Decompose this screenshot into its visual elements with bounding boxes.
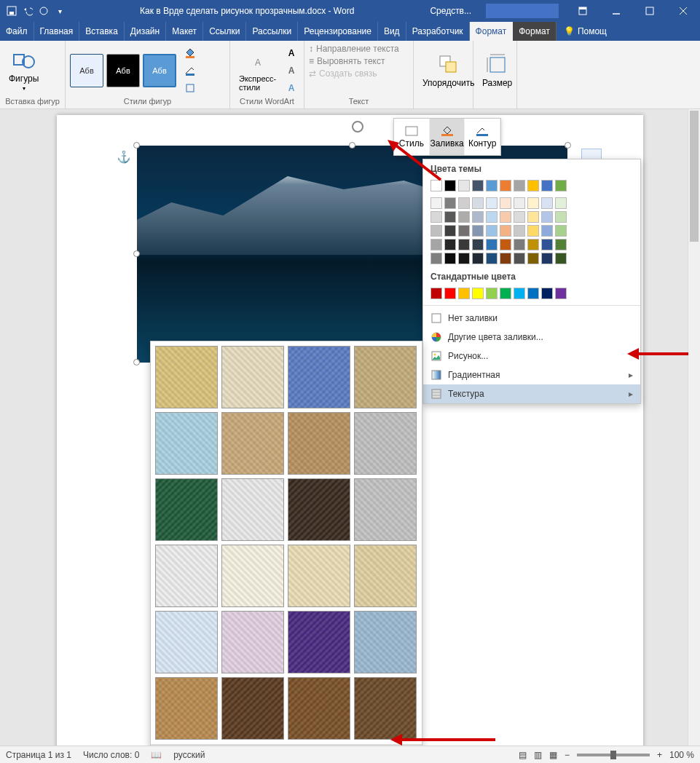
text-fill-icon[interactable]: A: [283, 45, 299, 61]
tab-mailings[interactable]: Рассылки: [246, 22, 298, 41]
color-swatch[interactable]: [555, 239, 567, 250]
color-swatch[interactable]: [541, 239, 553, 250]
color-swatch[interactable]: [430, 288, 442, 299]
color-swatch[interactable]: [430, 239, 442, 250]
view-read-icon[interactable]: ▤: [519, 750, 527, 760]
color-swatch[interactable]: [527, 239, 539, 250]
tab-format-picture[interactable]: Формат: [513, 22, 557, 41]
shape-style-1[interactable]: Абв: [70, 54, 103, 87]
color-swatch[interactable]: [444, 180, 456, 191]
color-swatch[interactable]: [430, 225, 442, 237]
color-swatch[interactable]: [555, 225, 567, 237]
tab-view[interactable]: Вид: [378, 22, 406, 41]
resize-handle[interactable]: [133, 142, 140, 149]
texture-swatch[interactable]: [221, 412, 284, 475]
color-swatch[interactable]: [500, 239, 511, 250]
text-effects-icon[interactable]: A: [283, 80, 299, 96]
texture-swatch[interactable]: [288, 545, 350, 607]
texture-fill-item[interactable]: Текстура▸: [423, 384, 640, 403]
color-swatch[interactable]: [486, 180, 498, 191]
color-swatch[interactable]: [458, 211, 470, 223]
texture-swatch[interactable]: [288, 412, 350, 475]
shape-style-3[interactable]: Абв: [143, 54, 176, 87]
signin-placeholder[interactable]: [486, 4, 559, 18]
color-swatch[interactable]: [472, 253, 484, 264]
color-swatch[interactable]: [486, 211, 498, 223]
texture-swatch[interactable]: [354, 677, 417, 740]
texture-swatch[interactable]: [155, 545, 218, 607]
color-swatch[interactable]: [527, 211, 539, 223]
maximize-icon[interactable]: [633, 0, 666, 22]
create-link-button[interactable]: ⇄Создать связь: [309, 68, 377, 79]
shape-style-2[interactable]: Абв: [106, 54, 140, 87]
color-swatch[interactable]: [541, 197, 553, 209]
color-swatch[interactable]: [514, 225, 525, 237]
scrollbar-thumb[interactable]: [690, 111, 699, 242]
color-swatch[interactable]: [486, 197, 498, 209]
color-swatch[interactable]: [500, 288, 511, 299]
shape-effects-icon[interactable]: [182, 80, 198, 96]
ribbon-display-icon[interactable]: [566, 0, 599, 22]
color-swatch[interactable]: [527, 288, 539, 299]
color-swatch[interactable]: [444, 288, 456, 299]
texture-swatch[interactable]: [221, 611, 284, 673]
language-indicator[interactable]: русский: [173, 750, 205, 760]
color-swatch[interactable]: [472, 197, 484, 209]
color-swatch[interactable]: [527, 225, 539, 237]
color-swatch[interactable]: [444, 225, 456, 237]
color-swatch[interactable]: [444, 239, 456, 250]
color-swatch[interactable]: [444, 197, 456, 209]
tab-format-drawing[interactable]: Формат: [470, 22, 514, 41]
tab-layout[interactable]: Макет: [166, 22, 203, 41]
text-direction-button[interactable]: ↕Направление текста: [309, 44, 399, 54]
color-swatch[interactable]: [472, 239, 484, 250]
word-count[interactable]: Число слов: 0: [83, 750, 139, 760]
gradient-fill-item[interactable]: Градиентная▸: [423, 365, 640, 384]
texture-swatch[interactable]: [155, 412, 218, 475]
tell-me[interactable]: 💡Помощ: [557, 22, 614, 41]
zoom-slider[interactable]: [577, 754, 650, 756]
color-swatch[interactable]: [500, 211, 511, 223]
texture-swatch[interactable]: [155, 611, 218, 673]
color-swatch[interactable]: [486, 239, 498, 250]
picture-fill-item[interactable]: Рисунок...: [423, 347, 640, 365]
color-swatch[interactable]: [514, 197, 525, 209]
texture-swatch[interactable]: [354, 412, 417, 475]
texture-swatch[interactable]: [354, 545, 417, 607]
color-swatch[interactable]: [541, 211, 553, 223]
texture-swatch[interactable]: [221, 545, 284, 607]
close-icon[interactable]: [666, 0, 700, 22]
rotate-handle[interactable]: [352, 121, 363, 133]
proofing-icon[interactable]: 📖: [151, 750, 162, 760]
color-swatch[interactable]: [486, 288, 498, 299]
color-swatch[interactable]: [472, 211, 484, 223]
more-colors-item[interactable]: Другие цвета заливки...: [423, 328, 640, 347]
wordart-quick-styles[interactable]: A Экспресс-стили: [235, 48, 280, 93]
tab-design[interactable]: Дизайн: [125, 22, 166, 41]
color-swatch[interactable]: [486, 225, 498, 237]
shapes-gallery[interactable]: Фигуры▾: [4, 47, 43, 93]
color-swatch[interactable]: [514, 239, 525, 250]
color-swatch[interactable]: [500, 180, 511, 191]
zoom-level[interactable]: 100 %: [669, 750, 694, 760]
tab-review[interactable]: Рецензирование: [298, 22, 378, 41]
color-swatch[interactable]: [500, 225, 511, 237]
color-swatch[interactable]: [541, 288, 553, 299]
text-outline-icon[interactable]: A: [283, 63, 299, 79]
color-swatch[interactable]: [444, 253, 456, 264]
texture-swatch[interactable]: [155, 346, 218, 408]
texture-swatch[interactable]: [354, 611, 417, 673]
view-web-icon[interactable]: ▦: [549, 750, 557, 760]
color-swatch[interactable]: [555, 197, 567, 209]
color-swatch[interactable]: [527, 197, 539, 209]
texture-swatch[interactable]: [155, 677, 218, 740]
color-swatch[interactable]: [500, 197, 511, 209]
size-button[interactable]: Размер: [478, 52, 516, 90]
texture-swatch[interactable]: [288, 611, 350, 673]
tab-home[interactable]: Главная: [34, 22, 80, 41]
arrange-button[interactable]: Упорядочить: [418, 52, 479, 90]
color-swatch[interactable]: [541, 253, 553, 264]
texture-swatch[interactable]: [221, 478, 284, 541]
color-swatch[interactable]: [472, 288, 484, 299]
save-icon[interactable]: [6, 5, 17, 17]
